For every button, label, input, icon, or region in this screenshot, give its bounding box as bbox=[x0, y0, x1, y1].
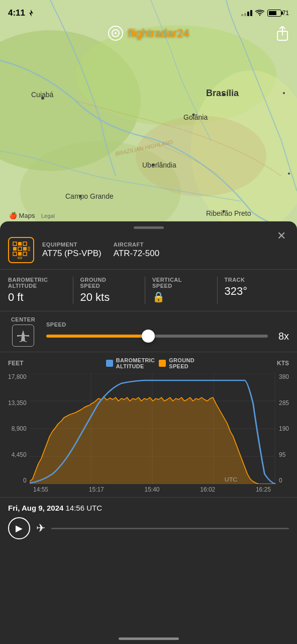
svg-rect-31 bbox=[18, 257, 22, 259]
svg-rect-24 bbox=[13, 247, 17, 251]
barometric-altitude-stat: BAROMETRICALTITUDE 0 ft bbox=[8, 277, 73, 304]
playback-controls-row: CENTER SPEED 8x bbox=[0, 311, 297, 352]
close-button[interactable]: ✕ bbox=[274, 228, 289, 244]
svg-point-13 bbox=[283, 92, 285, 94]
status-icons: 71 bbox=[241, 10, 289, 17]
city-label-ribeirao-preto: Ribeirão Preto bbox=[206, 209, 251, 217]
city-label-campo-grande: Campo Grande bbox=[65, 192, 114, 200]
ground-speed-stat: GROUNDSPEED 20 kts bbox=[73, 277, 145, 304]
share-button[interactable] bbox=[276, 26, 289, 44]
wifi-icon bbox=[255, 10, 264, 17]
svg-rect-30 bbox=[28, 247, 30, 251]
svg-rect-28 bbox=[18, 252, 22, 256]
svg-rect-21 bbox=[13, 242, 17, 246]
equipment-section: EQUIPMENT AT75 (PS-VPB) AIRCRAFT ATR-72-… bbox=[0, 229, 297, 270]
x-axis: 14:55 15:17 15:40 16:02 16:25 bbox=[8, 484, 289, 493]
aircraft-icon bbox=[8, 237, 34, 263]
speed-legend-dot bbox=[159, 360, 166, 367]
y-axis-kts: 380 285 190 95 0 bbox=[276, 373, 289, 484]
map-view[interactable]: BRAZILIAN HIGHLAND 🍎 Maps Legal Cuiabá B… bbox=[0, 0, 297, 236]
status-time: 4:11 bbox=[8, 8, 33, 18]
y-axis-feet: 17,800 13,350 8,900 4,450 0 bbox=[8, 373, 30, 484]
airplane-icon: ✈ bbox=[36, 522, 45, 535]
flight-detail-panel: ✕ EQUIPMENT AT75 (PS-VPB) bbox=[0, 221, 297, 644]
signal-bars bbox=[241, 10, 252, 16]
status-bar: 4:11 bbox=[0, 0, 297, 22]
svg-point-5 bbox=[136, 116, 266, 196]
legend-speed: GROUNDSPEED bbox=[159, 357, 194, 369]
svg-point-14 bbox=[288, 173, 290, 175]
city-label-uberlandia: Uberlândia bbox=[142, 161, 176, 169]
svg-rect-29 bbox=[23, 252, 27, 256]
aircraft-type: AIRCRAFT ATR-72-500 bbox=[114, 242, 159, 259]
app-header: flightradar24 bbox=[0, 25, 297, 41]
svg-text:🍎 Maps: 🍎 Maps bbox=[9, 211, 35, 220]
vertical-speed-stat: VERTICALSPEED 🔒 bbox=[145, 277, 217, 304]
slider-thumb[interactable] bbox=[142, 330, 155, 343]
city-label-cuiaba: Cuiabá bbox=[31, 91, 53, 99]
svg-rect-26 bbox=[23, 247, 27, 251]
battery-indicator: 71 bbox=[267, 10, 289, 17]
equipment-type: EQUIPMENT AT75 (PS-VPB) bbox=[42, 242, 102, 259]
chart-canvas: UTC bbox=[30, 373, 276, 484]
center-button[interactable]: CENTER bbox=[8, 316, 38, 347]
center-airplane-icon bbox=[12, 325, 34, 347]
app-title: flightradar24 bbox=[128, 27, 189, 40]
timeline-bar[interactable] bbox=[51, 528, 289, 529]
svg-rect-27 bbox=[13, 252, 17, 256]
speed-slider[interactable] bbox=[46, 335, 268, 338]
playback-controls: ▶ ✈ bbox=[8, 517, 289, 539]
flight-chart: FEET BAROMETRICALTITUDE GROUNDSPEED KTS … bbox=[0, 352, 297, 493]
playback-section: Fri, Aug 9, 2024 14:56 UTC ▶ ✈ bbox=[0, 497, 297, 542]
playback-date: Fri, Aug 9, 2024 14:56 UTC bbox=[8, 504, 289, 512]
speed-control: SPEED 8x bbox=[46, 321, 289, 342]
chart-legend: FEET BAROMETRICALTITUDE GROUNDSPEED KTS bbox=[8, 357, 289, 369]
svg-marker-41 bbox=[30, 397, 276, 484]
svg-text:UTC: UTC bbox=[224, 476, 237, 482]
svg-rect-25 bbox=[18, 247, 22, 251]
chart-wrapper: 17,800 13,350 8,900 4,450 0 bbox=[8, 373, 289, 484]
svg-rect-23 bbox=[23, 242, 27, 246]
legend-altitude: BAROMETRICALTITUDE bbox=[106, 357, 155, 369]
altitude-legend-dot bbox=[106, 360, 113, 367]
city-label-brasilia: Brasília bbox=[206, 88, 239, 99]
svg-rect-22 bbox=[18, 242, 22, 246]
flight-stats: BAROMETRICALTITUDE 0 ft GROUNDSPEED 20 k… bbox=[0, 270, 297, 311]
svg-point-19 bbox=[115, 32, 117, 34]
equipment-info: EQUIPMENT AT75 (PS-VPB) AIRCRAFT ATR-72-… bbox=[42, 242, 159, 259]
lock-icon: 🔒 bbox=[152, 291, 165, 303]
flightradar-logo bbox=[108, 25, 124, 41]
city-label-goiania: Goiânia bbox=[183, 113, 208, 121]
svg-text:Legal: Legal bbox=[41, 213, 55, 219]
home-indicator bbox=[119, 637, 179, 640]
track-stat: TRACK 323° bbox=[217, 277, 289, 304]
play-button[interactable]: ▶ bbox=[8, 517, 30, 539]
